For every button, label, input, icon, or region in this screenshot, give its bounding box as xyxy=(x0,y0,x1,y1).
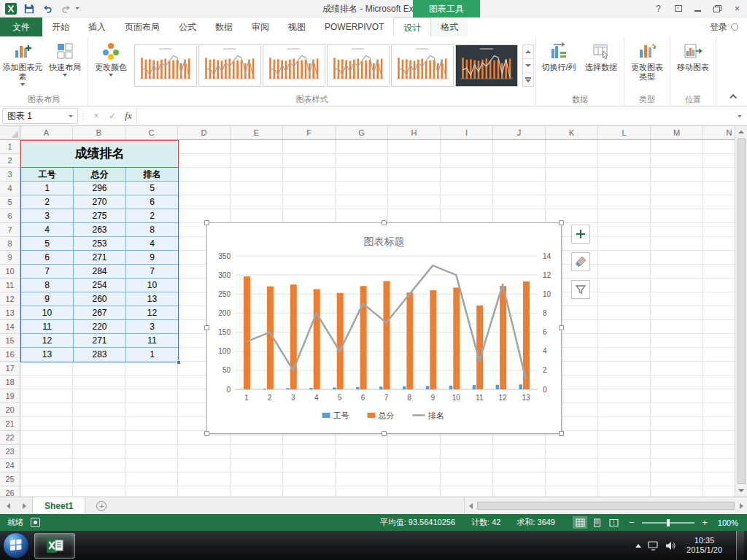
chart-style-thumbnail[interactable] xyxy=(198,44,261,87)
table-cell[interactable]: 6 xyxy=(126,195,178,209)
column-header[interactable]: I xyxy=(441,126,493,139)
row-header[interactable]: 22 xyxy=(0,431,20,445)
cell[interactable] xyxy=(493,140,546,154)
row-header[interactable]: 21 xyxy=(0,417,20,431)
page-layout-view-icon[interactable] xyxy=(589,516,604,529)
cell[interactable] xyxy=(598,348,651,362)
table-cell[interactable]: 3 xyxy=(126,320,178,334)
vertical-scrollbar[interactable] xyxy=(735,126,747,497)
show-desktop-button[interactable] xyxy=(736,531,744,560)
cell[interactable] xyxy=(20,431,73,445)
fill-handle[interactable] xyxy=(177,360,181,365)
chart-resize-handle[interactable] xyxy=(204,431,209,436)
cell[interactable] xyxy=(231,168,283,182)
table-cell[interactable]: 10 xyxy=(21,306,74,320)
cell[interactable] xyxy=(651,195,703,209)
cell[interactable] xyxy=(231,486,283,497)
cell[interactable] xyxy=(651,486,703,497)
row-header[interactable]: 18 xyxy=(0,376,20,389)
cell[interactable] xyxy=(283,182,336,195)
row-header[interactable]: 16 xyxy=(0,348,20,362)
cell[interactable] xyxy=(651,417,703,431)
table-cell[interactable]: 7 xyxy=(126,265,178,279)
cell[interactable] xyxy=(651,168,703,182)
column-header[interactable]: M xyxy=(651,126,703,139)
cell[interactable] xyxy=(598,279,651,292)
table-cell[interactable]: 253 xyxy=(74,237,126,251)
row-header[interactable]: 10 xyxy=(0,265,20,279)
cell[interactable] xyxy=(388,209,441,223)
cell[interactable] xyxy=(178,445,231,459)
chart-resize-handle[interactable] xyxy=(559,431,564,436)
row-header[interactable]: 20 xyxy=(0,403,20,417)
table-cell[interactable]: 271 xyxy=(74,251,126,265)
table-cell[interactable]: 254 xyxy=(74,279,126,292)
row-header[interactable]: 24 xyxy=(0,459,20,472)
cell[interactable] xyxy=(73,445,125,459)
show-hidden-icons-icon[interactable] xyxy=(635,544,641,548)
cell[interactable] xyxy=(283,472,336,486)
chart-resize-handle[interactable] xyxy=(204,220,209,225)
close-button[interactable]: × xyxy=(727,0,747,17)
cell[interactable] xyxy=(651,251,703,265)
cell[interactable] xyxy=(73,431,125,445)
cell[interactable] xyxy=(388,140,441,154)
cell[interactable] xyxy=(441,168,493,182)
chart-resize-handle[interactable] xyxy=(559,325,564,330)
row-header[interactable]: 25 xyxy=(0,472,20,486)
chart-elements-button[interactable] xyxy=(571,225,590,244)
cell[interactable] xyxy=(336,140,388,154)
add-chart-element-button[interactable]: 添加图表元素 xyxy=(1,38,44,93)
cell[interactable] xyxy=(283,486,336,497)
table-cell[interactable]: 11 xyxy=(21,320,74,334)
cell[interactable] xyxy=(20,486,73,497)
cell[interactable] xyxy=(178,459,231,472)
cell[interactable] xyxy=(651,223,703,237)
sheet-nav-left-icon[interactable] xyxy=(0,497,16,514)
name-box[interactable]: 图表 1 xyxy=(2,108,78,124)
save-icon[interactable] xyxy=(23,2,36,15)
cell[interactable] xyxy=(336,182,388,195)
cell[interactable] xyxy=(283,459,336,472)
cell[interactable] xyxy=(493,459,546,472)
table-header-cell[interactable]: 排名 xyxy=(126,168,178,182)
cell[interactable] xyxy=(178,195,231,209)
cell[interactable] xyxy=(125,376,178,389)
row-header[interactable]: 7 xyxy=(0,223,20,237)
cell[interactable] xyxy=(441,182,493,195)
chart-style-thumbnail[interactable] xyxy=(327,44,390,87)
zoom-slider[interactable] xyxy=(642,522,694,524)
cell[interactable] xyxy=(231,182,283,195)
table-cell[interactable]: 296 xyxy=(74,182,126,195)
cell[interactable] xyxy=(546,445,598,459)
table-cell[interactable]: 9 xyxy=(126,251,178,265)
insert-function-icon[interactable]: fx xyxy=(120,106,136,125)
ribbon-tab-contextual[interactable]: 格式 xyxy=(431,18,468,36)
quick-layout-button[interactable]: 快速布局 xyxy=(44,38,86,93)
cell[interactable] xyxy=(651,389,703,403)
table-cell[interactable]: 263 xyxy=(74,223,126,237)
column-header[interactable]: F xyxy=(283,126,336,139)
table-cell[interactable]: 11 xyxy=(126,334,178,348)
cell[interactable] xyxy=(441,154,493,168)
ribbon-tab[interactable]: 审阅 xyxy=(242,18,279,36)
cell[interactable] xyxy=(493,209,546,223)
cell[interactable] xyxy=(388,445,441,459)
cell[interactable] xyxy=(598,154,651,168)
chart-resize-handle[interactable] xyxy=(382,431,387,436)
cell[interactable] xyxy=(231,195,283,209)
cell[interactable] xyxy=(20,472,73,486)
ribbon-tab[interactable]: 开始 xyxy=(42,18,79,36)
chart-style-thumbnail[interactable] xyxy=(391,44,454,87)
cell[interactable] xyxy=(283,209,336,223)
row-header[interactable]: 17 xyxy=(0,362,20,376)
cell[interactable] xyxy=(546,486,598,497)
cell[interactable] xyxy=(598,320,651,334)
cell[interactable] xyxy=(178,154,231,168)
cell[interactable] xyxy=(73,403,125,417)
table-cell[interactable]: 5 xyxy=(126,182,178,195)
cell[interactable] xyxy=(388,195,441,209)
cell[interactable] xyxy=(388,154,441,168)
gallery-scroll-down[interactable] xyxy=(523,59,533,73)
cell[interactable] xyxy=(178,486,231,497)
